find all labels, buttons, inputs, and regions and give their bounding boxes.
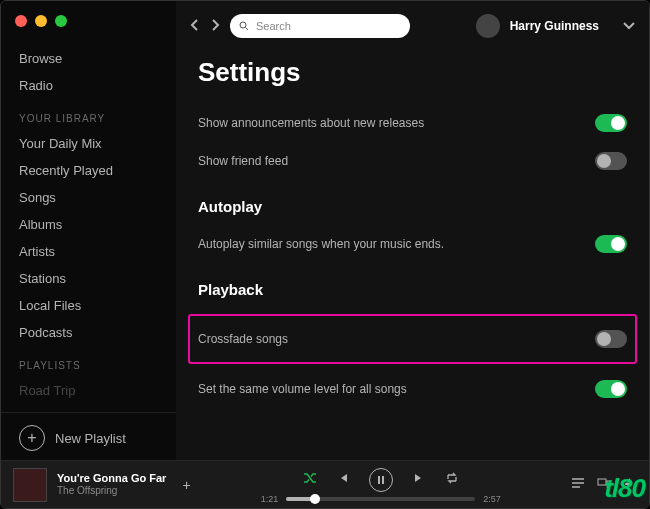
setting-label: Autoplay similar songs when your music e… [198, 237, 595, 251]
track-title[interactable]: You're Gonna Go Far [57, 472, 166, 485]
sidebar-item-albums[interactable]: Albums [1, 211, 176, 238]
toggle-friend-feed[interactable] [595, 152, 627, 170]
setting-label: Crossfade songs [198, 332, 595, 346]
sidebar-item-playlist[interactable]: Road Trip [1, 377, 176, 404]
queue-icon [571, 477, 585, 489]
player-controls: 1:21 2:57 [201, 466, 561, 504]
sidebar-header-playlists: PLAYLISTS [1, 346, 176, 377]
sidebar-item-recently-played[interactable]: Recently Played [1, 157, 176, 184]
maximize-window-icon[interactable] [55, 15, 67, 27]
section-playback: Playback [198, 281, 627, 298]
track-info: You're Gonna Go Far The Offspring [57, 472, 166, 497]
plus-circle-icon: + [19, 425, 45, 451]
section-autoplay: Autoplay [198, 198, 627, 215]
sidebar: Browse Radio YOUR LIBRARY Your Daily Mix… [1, 1, 176, 462]
chevron-down-icon [623, 22, 635, 30]
nav-back-button[interactable] [190, 18, 200, 34]
skip-back-icon [337, 472, 349, 484]
setting-announcements: Show announcements about new releases [198, 104, 627, 142]
repeat-icon [445, 472, 459, 484]
setting-crossfade: Crossfade songs [198, 320, 627, 358]
sidebar-item-daily-mix[interactable]: Your Daily Mix [1, 130, 176, 157]
page-title: Settings [198, 57, 627, 88]
album-art[interactable] [13, 468, 47, 502]
minimize-window-icon[interactable] [35, 15, 47, 27]
search-icon [238, 20, 250, 32]
username[interactable]: Harry Guinness [510, 19, 599, 33]
queue-button[interactable] [571, 477, 585, 492]
setting-label: Set the same volume level for all songs [198, 382, 595, 396]
player-bar: You're Gonna Go Far The Offspring + [1, 460, 649, 508]
search-input[interactable]: Search [230, 14, 410, 38]
svg-point-0 [240, 22, 246, 28]
window-controls [1, 15, 176, 35]
setting-label: Show friend feed [198, 154, 595, 168]
toggle-crossfade[interactable] [595, 330, 627, 348]
sidebar-item-browse[interactable]: Browse [1, 45, 176, 72]
play-pause-button[interactable] [369, 468, 393, 492]
add-to-library-button[interactable]: + [182, 477, 190, 493]
progress-bar[interactable] [286, 497, 475, 501]
sidebar-item-songs[interactable]: Songs [1, 184, 176, 211]
setting-autoplay-similar: Autoplay similar songs when your music e… [198, 225, 627, 263]
toggle-announcements[interactable] [595, 114, 627, 132]
sidebar-item-stations[interactable]: Stations [1, 265, 176, 292]
pause-icon [376, 475, 386, 485]
close-window-icon[interactable] [15, 15, 27, 27]
chevron-right-icon [210, 19, 220, 31]
sidebar-header-library: YOUR LIBRARY [1, 99, 176, 130]
sidebar-item-artists[interactable]: Artists [1, 238, 176, 265]
watermark: tl80 [604, 473, 645, 504]
toggle-normalize-volume[interactable] [595, 380, 627, 398]
svg-rect-3 [382, 476, 384, 484]
setting-label: Show announcements about new releases [198, 116, 595, 130]
svg-line-1 [246, 28, 249, 31]
time-total: 2:57 [483, 494, 501, 504]
search-placeholder: Search [256, 20, 291, 32]
sidebar-item-radio[interactable]: Radio [1, 72, 176, 99]
top-bar: Search Harry Guinness [176, 1, 649, 51]
setting-friend-feed: Show friend feed [198, 142, 627, 180]
skip-forward-icon [413, 472, 425, 484]
toggle-autoplay-similar[interactable] [595, 235, 627, 253]
chevron-left-icon [190, 19, 200, 31]
setting-normalize-volume: Set the same volume level for all songs [198, 370, 627, 408]
avatar[interactable] [476, 14, 500, 38]
previous-button[interactable] [337, 472, 349, 487]
settings-content: Settings Show announcements about new re… [176, 51, 649, 408]
shuffle-button[interactable] [303, 472, 317, 487]
new-playlist-button[interactable]: + New Playlist [1, 419, 176, 457]
sidebar-item-podcasts[interactable]: Podcasts [1, 319, 176, 346]
new-playlist-label: New Playlist [55, 431, 126, 446]
shuffle-icon [303, 472, 317, 484]
highlight-box: Crossfade songs [188, 314, 637, 364]
repeat-button[interactable] [445, 472, 459, 487]
user-menu-button[interactable] [623, 19, 635, 33]
svg-rect-2 [378, 476, 380, 484]
next-button[interactable] [413, 472, 425, 487]
main-panel: Search Harry Guinness Settings Show anno… [176, 1, 649, 462]
track-artist[interactable]: The Offspring [57, 485, 166, 497]
time-elapsed: 1:21 [261, 494, 279, 504]
nav-forward-button[interactable] [210, 18, 220, 34]
sidebar-item-local-files[interactable]: Local Files [1, 292, 176, 319]
